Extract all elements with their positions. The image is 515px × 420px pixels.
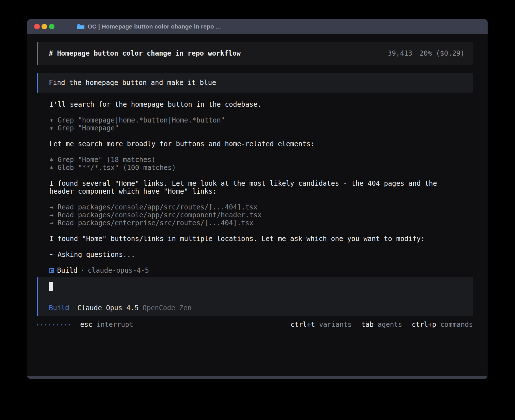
input-meta: Build Claude Opus 4.5 OpenCode Zen [49, 304, 473, 312]
folder-icon [77, 24, 85, 30]
text-cursor [49, 282, 53, 291]
terminal-content: # Homepage button color change in repo w… [27, 34, 488, 376]
prompt-input[interactable]: Build Claude Opus 4.5 OpenCode Zen [37, 277, 473, 316]
user-message: Find the homepage button and make it blu… [37, 73, 473, 93]
tool-call-grep: ∗ Grep "homepage|home.*button|Home.*butt… [49, 116, 473, 124]
token-count: 39,413 [388, 49, 412, 57]
tool-call-read: → Read packages/enterprise/src/routes/[.… [49, 219, 473, 227]
session-stats: 39,413 20% ($0.29) [388, 49, 464, 57]
tool-call-grep: ∗ Grep "Homepage" [49, 124, 473, 132]
variants-hint: ctrl+t variants [291, 321, 352, 329]
minimize-button[interactable] [42, 24, 47, 29]
agent-mode-label[interactable]: Build [49, 304, 69, 312]
assistant-text: Let me search more broadly for buttons a… [49, 140, 473, 148]
asking-questions-status: ~ Asking questions... [49, 251, 473, 259]
session-header: # Homepage button color change in repo w… [37, 42, 473, 65]
tool-call-glob: ∗ Glob "**/*.tsx" (100 matches) [49, 164, 473, 172]
provider-label: OpenCode Zen [143, 304, 191, 312]
assistant-text: I'll search for the homepage button in t… [49, 100, 473, 108]
zoom-button[interactable] [49, 24, 54, 29]
status-bar: esc interrupt ctrl+t variants tab agents… [37, 321, 473, 329]
close-button[interactable] [34, 24, 40, 29]
interrupt-hint: esc interrupt [80, 321, 133, 329]
context-cost: 20% ($0.29) [420, 49, 464, 57]
model-name: claude-opus-4-5 [88, 266, 149, 274]
separator-dot: · [80, 266, 84, 274]
user-message-text: Find the homepage button and make it blu… [49, 79, 216, 87]
agent-status: Build · claude-opus-4-5 [49, 266, 473, 274]
tool-call-read: → Read packages/console/app/src/componen… [49, 211, 473, 219]
assistant-text: I found "Home" buttons/links in multiple… [49, 235, 473, 243]
traffic-lights [34, 24, 54, 29]
agent-name: Build [57, 266, 77, 274]
assistant-transcript: I'll search for the homepage button in t… [49, 100, 473, 274]
input-model-label[interactable]: Claude Opus 4.5 [77, 304, 139, 312]
terminal-window: OC | Homepage button color change in rep… [27, 19, 488, 379]
working-spinner-dots [37, 324, 70, 325]
agents-hint: tab agents [361, 321, 402, 329]
tool-call-grep: ∗ Grep "Home" (18 matches) [49, 156, 473, 164]
window-title: OC | Homepage button color change in rep… [88, 23, 221, 30]
titlebar[interactable]: OC | Homepage button color change in rep… [27, 19, 488, 34]
tool-call-read: → Read packages/console/app/src/routes/[… [49, 203, 473, 211]
assistant-text: I found several "Home" links. Let me loo… [49, 180, 473, 195]
commands-hint: ctrl+p commands [412, 321, 473, 329]
session-title: # Homepage button color change in repo w… [49, 49, 241, 57]
build-agent-icon [49, 268, 54, 273]
